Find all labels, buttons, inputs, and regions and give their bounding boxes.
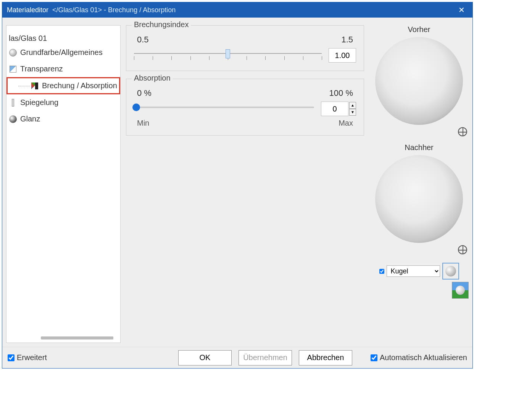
tree-item-label: Grundfarbe/Allgemeines — [20, 48, 103, 57]
window-title: Materialeditor — [7, 6, 48, 14]
absorption-slider[interactable] — [134, 101, 314, 116]
range-min: 0 % — [137, 88, 152, 98]
shape-enable-checkbox[interactable] — [379, 269, 384, 274]
auto-update-label: Automatisch Aktualisieren — [380, 353, 467, 362]
before-label: Vorher — [408, 25, 430, 34]
auto-update-checkbox[interactable] — [371, 354, 377, 361]
range-min: 0.5 — [137, 35, 149, 45]
preview-before-sphere — [375, 37, 463, 125]
spin-up-button[interactable]: ▲ — [349, 102, 356, 109]
cancel-button[interactable]: Abbrechen — [299, 350, 352, 365]
tree-item-gloss[interactable]: Glanz — [6, 111, 120, 127]
globe-icon[interactable] — [458, 245, 467, 254]
preview-shape-select[interactable]: Kugel — [387, 265, 440, 277]
advanced-checkbox[interactable] — [8, 354, 15, 361]
transparency-icon — [10, 66, 16, 73]
gloss-icon — [9, 115, 17, 123]
min-label: Min — [137, 119, 149, 128]
slider-thumb[interactable] — [226, 49, 230, 58]
mirror-icon — [12, 99, 14, 107]
tree-item-transparency[interactable]: Transparenz — [6, 61, 120, 77]
sphere-icon — [445, 266, 456, 276]
ok-button[interactable]: OK — [178, 350, 232, 365]
window-subtitle: </Glas/Glas 01> - Brechung / Absorption — [52, 6, 176, 14]
advanced-label: Erweitert — [17, 353, 47, 362]
preview-after-sphere — [375, 155, 463, 243]
background-button[interactable] — [452, 282, 469, 299]
tree-item-label: Glanz — [20, 115, 40, 123]
refraction-icon — [31, 82, 38, 89]
after-label: Nachher — [405, 143, 434, 152]
preview-panel: Vorher Nachher Kugel — [369, 25, 469, 343]
range-max: 100 % — [329, 88, 353, 98]
absorption-value-input[interactable] — [321, 102, 348, 116]
sphere-icon — [456, 286, 465, 295]
horizontal-scrollbar[interactable] — [41, 336, 113, 339]
group-legend: Absorption — [132, 74, 173, 82]
main-panel: Brechungsindex 0.5 1.5 Absorption — [126, 25, 364, 343]
refraction-slider[interactable] — [134, 48, 322, 63]
tree-item-basecolor[interactable]: Grundfarbe/Allgemeines — [6, 44, 120, 61]
refraction-group: Brechungsindex 0.5 1.5 — [126, 25, 364, 71]
sphere-icon — [9, 49, 17, 57]
absorption-group: Absorption 0 % 100 % ▲ ▼ — [126, 79, 364, 136]
shape-button[interactable] — [442, 263, 459, 280]
tree-item-label: Spiegelung — [20, 98, 58, 107]
max-label: Max — [339, 119, 353, 128]
tree-item-label: Transparenz — [20, 65, 63, 73]
spin-down-button[interactable]: ▼ — [349, 109, 356, 116]
range-max: 1.5 — [341, 35, 353, 45]
material-editor-window: Materialeditor </Glas/Glas 01> - Brechun… — [2, 2, 473, 369]
property-tree: las/Glas 01 Grundfarbe/Allgemeines Trans… — [6, 25, 121, 343]
dialog-footer: Erweitert OK Übernehmen Abbrechen Automa… — [2, 347, 472, 368]
apply-button[interactable]: Übernehmen — [239, 350, 292, 365]
titlebar: Materialeditor </Glas/Glas 01> - Brechun… — [2, 2, 472, 18]
globe-icon[interactable] — [458, 127, 467, 136]
refraction-value-input[interactable] — [329, 48, 356, 63]
close-icon[interactable]: ✕ — [455, 4, 468, 16]
tree-root-label[interactable]: las/Glas 01 — [6, 32, 120, 44]
tree-item-reflection[interactable]: Spiegelung — [6, 94, 120, 111]
tree-item-refraction[interactable]: Brechung / Absorption — [6, 77, 120, 94]
slider-thumb[interactable] — [132, 103, 140, 111]
tree-item-label: Brechung / Absorption — [42, 81, 117, 90]
group-legend: Brechungsindex — [132, 20, 191, 29]
